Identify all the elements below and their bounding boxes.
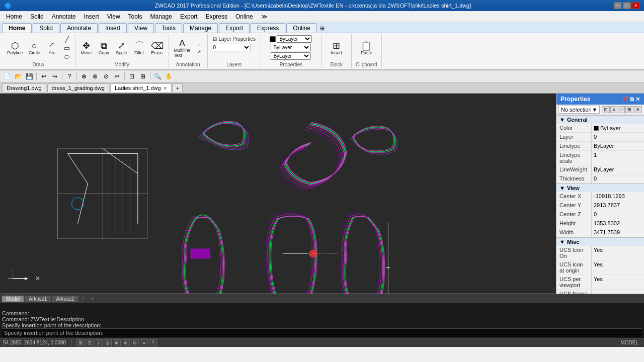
help-btn[interactable]: ? <box>64 71 74 81</box>
sel3-btn[interactable]: ⊘ <box>101 71 111 81</box>
snap-icon-btn[interactable]: ⊡ <box>86 339 94 346</box>
ribbon-tab-manage[interactable]: Manage <box>183 23 218 33</box>
new-btn[interactable]: 📄 <box>2 71 12 81</box>
maximize-button[interactable]: □ <box>623 2 631 9</box>
ortho-icon-btn[interactable]: ┼ <box>95 339 103 346</box>
panel-float-btn[interactable]: ⊞ <box>625 106 633 113</box>
panel-minimize-btn[interactable]: ─ <box>618 106 625 113</box>
otrack-icon-btn[interactable]: ⊕ <box>113 339 121 346</box>
leader-button[interactable]: ↗ <box>194 49 204 55</box>
sel1-btn[interactable]: ⊕ <box>79 71 89 81</box>
paste-button[interactable]: 📋 Paste <box>358 40 374 56</box>
model-status-btn[interactable]: MODEL <box>618 339 641 346</box>
sel2-btn[interactable]: ⊗ <box>90 71 100 81</box>
zoom-btn[interactable]: 🔍 <box>152 71 163 81</box>
ribbon-tab-online[interactable]: Online <box>286 23 317 33</box>
general-section-header[interactable]: ▼ General <box>556 115 644 124</box>
save-btn[interactable]: 💾 <box>24 71 34 81</box>
menu-manage[interactable]: Manage <box>146 12 176 21</box>
draw-tab-drawing1[interactable]: Drawing1.dwg <box>2 83 46 92</box>
menu-insert[interactable]: Insert <box>80 12 103 21</box>
rectangle-button[interactable]: ▭ <box>62 44 72 52</box>
redo-btn[interactable]: ↪ <box>50 71 60 81</box>
add-tab-btn[interactable]: / <box>79 295 87 302</box>
menu-view[interactable]: View <box>103 12 124 21</box>
fillet-button[interactable]: ⌒ Fillet <box>131 40 147 56</box>
color-row: ByLayer <box>270 35 312 43</box>
circle-button[interactable]: ○ Circle <box>27 40 43 56</box>
add-layout-btn[interactable]: + <box>88 295 97 302</box>
multiline-text-button[interactable]: A MultilineText <box>172 38 193 59</box>
ribbon-tab-annotate[interactable]: Annotate <box>60 23 98 33</box>
minimize-button[interactable]: ─ <box>614 2 622 9</box>
ribbon-expand-btn[interactable]: ⊞ <box>318 24 327 33</box>
menu-home[interactable]: Home <box>2 12 26 21</box>
command-input-field[interactable] <box>106 330 640 336</box>
menu-annotate[interactable]: Annotate <box>48 12 80 21</box>
circle-label: Circle <box>29 50 40 55</box>
arkusz2-tab[interactable]: Arkusz2 <box>52 296 78 302</box>
pan-btn[interactable]: ✋ <box>164 71 174 81</box>
move-button[interactable]: ✥ Move <box>78 40 95 56</box>
model-tab[interactable]: Model <box>2 296 24 302</box>
canvas-area[interactable]: ✕ <box>0 94 556 294</box>
ladies-shirt-tab-close[interactable]: ✕ <box>163 85 167 91</box>
window-controls[interactable]: ─ □ ✕ <box>614 2 640 9</box>
dyn-icon-btn[interactable]: ⊘ <box>131 339 139 346</box>
trim-btn[interactable]: ✂ <box>112 71 122 81</box>
layer-select[interactable]: 0 <box>211 44 251 51</box>
qp-icon-btn[interactable]: ? <box>149 339 157 346</box>
menu-online[interactable]: Online <box>231 12 257 21</box>
menu-solid[interactable]: Solid <box>26 12 48 21</box>
scale-button[interactable]: ⤢ Scale <box>114 40 130 56</box>
arkusz1-tab[interactable]: Arkusz1 <box>25 296 51 302</box>
menu-export[interactable]: Export <box>176 12 202 21</box>
close-button[interactable]: ✕ <box>632 2 640 9</box>
ribbon-tab-export[interactable]: Export <box>219 23 250 33</box>
ducs-icon-btn[interactable]: ⊗ <box>122 339 130 346</box>
ribbon-tab-view[interactable]: View <box>128 23 154 33</box>
track-btn[interactable]: ⊞ <box>138 71 148 81</box>
draw-tab-ladies-shirt[interactable]: Ladies shirt_1.dwg ✕ <box>110 83 172 92</box>
ellipse-button[interactable]: ⬭ <box>62 53 72 60</box>
ribbon-tab-tools[interactable]: Tools <box>155 23 182 33</box>
open-btn[interactable]: 📂 <box>13 71 23 81</box>
line-button[interactable]: ╱ <box>62 36 72 43</box>
select-filter-btn[interactable]: ≡ <box>610 106 617 113</box>
layer-properties-button[interactable]: ⊟ Layer Properties <box>211 35 258 43</box>
linetype-scale-label: Linetype scale <box>556 151 592 165</box>
panel-close-btn[interactable]: ✕ <box>635 96 640 103</box>
ribbon-tab-insert[interactable]: Insert <box>99 23 127 33</box>
color-select[interactable]: ByLayer <box>277 35 312 43</box>
polar-icon-btn[interactable]: ◎ <box>104 339 112 346</box>
view-section-header[interactable]: ▼ View <box>556 184 644 192</box>
menu-express[interactable]: Express <box>202 12 231 21</box>
ribbon-tab-express[interactable]: Express <box>251 23 285 33</box>
lwt-icon-btn[interactable]: ≡ <box>140 339 148 346</box>
select-quick-btn[interactable]: ⊡ <box>602 106 610 113</box>
panel-copy-btn[interactable]: ⧉ <box>630 96 634 103</box>
linetype-select[interactable]: ByLayer <box>271 44 311 51</box>
ucsiconorigin-label: UCS icon at origin <box>556 260 592 275</box>
panel-pin-btn[interactable]: 📌 <box>621 96 628 103</box>
ribbon-tab-solid[interactable]: Solid <box>33 23 59 33</box>
dim-button[interactable]: ↔ <box>194 42 204 48</box>
snap-btn[interactable]: ⊡ <box>127 71 137 81</box>
panel-x-btn[interactable]: ✕ <box>634 106 642 113</box>
draw-tab-dress[interactable]: dress_1_grading.dwg <box>47 83 109 92</box>
arc-button[interactable]: ◜ Arc <box>44 40 60 56</box>
erase-button[interactable]: ⌫ Erase <box>149 40 166 56</box>
draw-tab-new[interactable]: + <box>173 83 183 92</box>
clipboard-group-label: Clipboard <box>356 62 377 67</box>
menu-tools[interactable]: Tools <box>124 12 146 21</box>
menu-more[interactable]: ≫ <box>257 12 272 21</box>
insert-button[interactable]: ⊞ Insert <box>328 40 344 56</box>
no-selection-dropdown[interactable]: No selection ▼ <box>558 106 600 114</box>
undo-btn[interactable]: ↩ <box>39 71 49 81</box>
ribbon-tab-home[interactable]: Home <box>2 23 32 33</box>
polyline-button[interactable]: ⬡ Polyline <box>5 40 25 56</box>
lineweight-select[interactable]: ByLayer <box>271 52 311 60</box>
copy-button[interactable]: ⧉ Copy <box>96 40 112 56</box>
misc-section-header[interactable]: ▼ Misc <box>556 237 644 246</box>
grid-icon-btn[interactable]: ⊞ <box>76 339 85 346</box>
